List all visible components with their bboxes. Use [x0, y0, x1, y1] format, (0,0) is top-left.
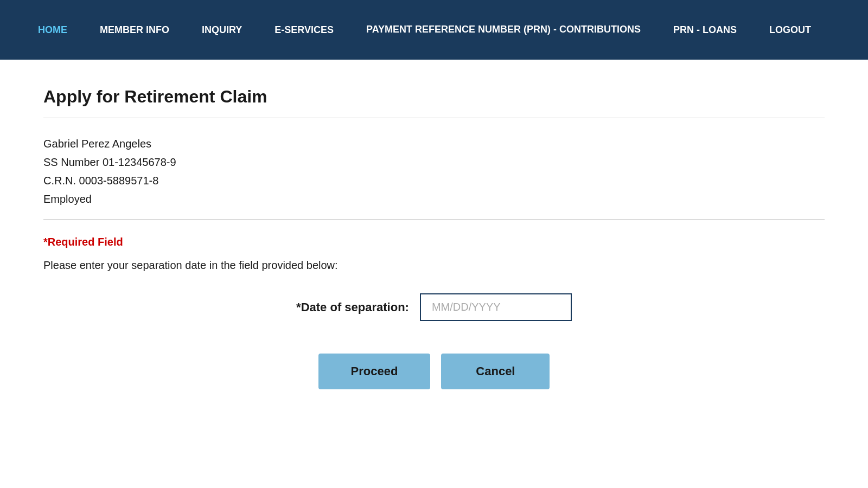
date-separation-label: *Date of separation:	[296, 300, 409, 314]
proceed-button[interactable]: Proceed	[318, 354, 431, 389]
nav-member-info[interactable]: MEMBER INFO	[84, 24, 186, 36]
member-info-section: Gabriel Perez Angeles SS Number 01-12345…	[43, 134, 825, 208]
button-row: Proceed Cancel	[43, 354, 825, 389]
required-notice: *Required Field	[43, 236, 825, 248]
navigation: HOME MEMBER INFO INQUIRY E-SERVICES PAYM…	[0, 0, 868, 60]
cancel-button[interactable]: Cancel	[441, 354, 550, 389]
nav-eservices[interactable]: E-SERVICES	[258, 24, 350, 36]
divider-top	[43, 118, 825, 118]
instruction-text: Please enter your separation date in the…	[43, 259, 825, 272]
nav-inquiry[interactable]: INQUIRY	[186, 24, 258, 36]
nav-prn-contributions[interactable]: PAYMENT REFERENCE NUMBER (PRN) - CONTRIB…	[350, 23, 657, 36]
member-ss-number: SS Number 01-12345678-9	[43, 153, 825, 171]
date-separation-input[interactable]	[420, 293, 572, 321]
nav-prn-loans[interactable]: PRN - LOANS	[657, 24, 753, 36]
nav-home[interactable]: HOME	[22, 24, 84, 36]
page-title: Apply for Retirement Claim	[43, 87, 825, 107]
date-separation-row: *Date of separation:	[43, 293, 825, 321]
main-content: Apply for Retirement Claim Gabriel Perez…	[0, 60, 868, 416]
member-status: Employed	[43, 190, 825, 208]
nav-logout[interactable]: LOGOUT	[753, 24, 827, 36]
member-name: Gabriel Perez Angeles	[43, 134, 825, 153]
divider-bottom	[43, 219, 825, 220]
member-crn: C.R.N. 0003-5889571-8	[43, 171, 825, 190]
